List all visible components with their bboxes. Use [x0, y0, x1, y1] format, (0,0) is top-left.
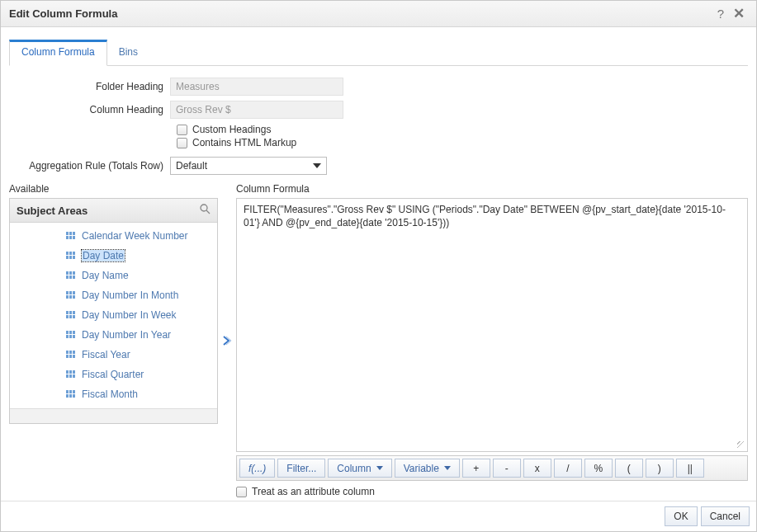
subject-areas-header: Subject Areas — [10, 199, 217, 223]
horizontal-scrollbar[interactable] — [10, 408, 217, 423]
column-icon — [66, 311, 77, 320]
percent-button[interactable]: % — [584, 459, 613, 478]
column-icon — [66, 331, 77, 340]
search-icon[interactable] — [200, 204, 211, 217]
column-formula-text: FILTER("Measures"."Gross Rev $" USING ("… — [244, 204, 726, 228]
custom-headings-checkbox[interactable] — [177, 125, 187, 135]
form-area: Folder Heading Column Heading Custom Hea… — [9, 66, 748, 183]
subject-tree[interactable]: Calendar Week NumberDay DateDay NameDay … — [10, 223, 217, 408]
titlebar: Edit Column Formula ? ✕ — [1, 1, 756, 27]
folder-heading-input — [170, 78, 343, 96]
folder-heading-label: Folder Heading — [9, 81, 170, 92]
column-button[interactable]: Column — [328, 459, 391, 478]
column-icon — [66, 370, 77, 379]
chevron-down-icon — [444, 466, 451, 470]
custom-headings-label: Custom Headings — [192, 124, 271, 135]
column-heading-label: Column Heading — [9, 104, 170, 115]
tree-item-label: Day Number In Month — [82, 290, 178, 301]
contains-html-label: Contains HTML Markup — [192, 137, 296, 148]
tree-item-label: Fiscal Quarter — [82, 369, 144, 380]
lparen-button[interactable]: ( — [615, 459, 643, 478]
mid-area: Available Subject Areas Calendar Week Nu… — [9, 183, 748, 497]
subject-areas-title: Subject Areas — [17, 205, 88, 217]
svg-line-1 — [206, 210, 210, 214]
column-icon — [66, 351, 77, 360]
tree-item-label: Fiscal Year — [82, 349, 130, 360]
contains-html-checkbox[interactable] — [177, 138, 187, 148]
chevron-down-icon — [376, 466, 383, 470]
column-heading-input — [170, 101, 343, 119]
aggregation-label: Aggregation Rule (Totals Row) — [9, 160, 170, 172]
formula-panel: Column Formula FILTER("Measures"."Gross … — [236, 183, 748, 497]
tree-item-label: Calendar Week Number — [82, 230, 188, 242]
minus-button[interactable]: - — [493, 459, 521, 478]
cancel-button[interactable]: Cancel — [701, 506, 750, 526]
column-icon — [66, 291, 77, 300]
concat-button[interactable]: || — [676, 459, 704, 478]
tree-item-label: Fiscal Month — [82, 388, 138, 400]
variable-button[interactable]: Variable — [395, 459, 460, 478]
column-icon — [66, 390, 77, 399]
available-panel: Available Subject Areas Calendar Week Nu… — [9, 183, 218, 497]
svg-point-0 — [201, 205, 207, 211]
tree-item[interactable]: Fiscal Quarter — [10, 365, 217, 384]
rparen-button[interactable]: ) — [646, 459, 674, 478]
tree-item[interactable]: Fiscal Year — [10, 345, 217, 365]
tree-item[interactable]: Day Number In Month — [10, 285, 217, 305]
treat-attribute-label: Treat as an attribute column — [252, 486, 375, 497]
tab-bins[interactable]: Bins — [107, 40, 149, 66]
subject-areas-panel: Subject Areas Calendar Week NumberDay Da… — [9, 198, 218, 424]
tree-item-label: Day Number In Year — [82, 329, 171, 341]
formula-toolbar: f(...) Filter... Column Variable + - x /… — [236, 455, 748, 481]
column-formula-label: Column Formula — [236, 183, 748, 195]
edit-column-formula-dialog: Edit Column Formula ? ✕ Column Formula B… — [0, 0, 757, 532]
column-icon — [66, 232, 77, 241]
resize-handle-icon[interactable] — [737, 441, 745, 450]
shuttle-right-button[interactable] — [218, 183, 236, 497]
aggregation-value: Default — [176, 160, 207, 172]
divide-button[interactable]: / — [554, 459, 582, 478]
tree-item[interactable]: Day Date — [10, 246, 217, 266]
tree-item-label: Day Number In Week — [82, 309, 177, 321]
tree-item[interactable]: Day Number In Week — [10, 305, 217, 325]
aggregation-select[interactable]: Default — [170, 157, 327, 175]
plus-button[interactable]: + — [462, 459, 490, 478]
tabstrip: Column Formula Bins — [9, 39, 748, 66]
column-icon — [66, 271, 77, 280]
tree-item[interactable]: Fiscal Month — [10, 384, 217, 404]
tree-item[interactable]: Day Number In Year — [10, 325, 217, 345]
tree-item[interactable]: Day Name — [10, 266, 217, 285]
close-icon[interactable]: ✕ — [730, 5, 748, 23]
tree-item-label: Day Date — [82, 250, 125, 261]
multiply-button[interactable]: x — [523, 459, 551, 478]
tab-column-formula[interactable]: Column Formula — [9, 40, 107, 66]
ok-button[interactable]: OK — [665, 506, 697, 526]
available-label: Available — [9, 183, 218, 195]
dialog-footer: OK Cancel — [1, 501, 756, 531]
column-formula-textarea[interactable]: FILTER("Measures"."Gross Rev $" USING ("… — [236, 198, 748, 452]
column-icon — [66, 252, 77, 261]
dialog-title: Edit Column Formula — [9, 7, 712, 20]
chevron-down-icon — [313, 163, 321, 168]
dialog-body: Column Formula Bins Folder Heading Colum… — [1, 27, 756, 501]
function-button[interactable]: f(...) — [239, 459, 275, 478]
treat-attribute-checkbox[interactable] — [236, 487, 247, 497]
tree-item-label: Day Name — [82, 270, 129, 281]
help-icon[interactable]: ? — [712, 5, 730, 23]
filter-button[interactable]: Filter... — [277, 459, 325, 478]
tree-item[interactable]: Calendar Week Number — [10, 226, 217, 246]
